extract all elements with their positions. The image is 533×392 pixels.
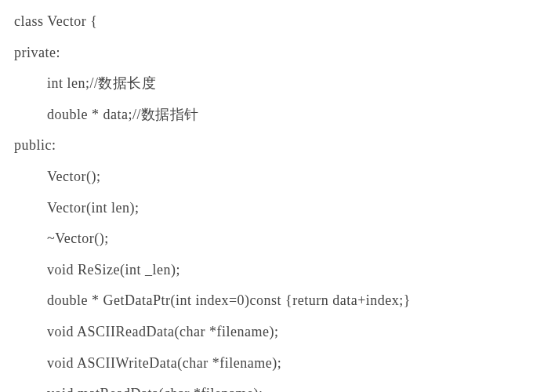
code-line: int len;//数据长度: [14, 68, 519, 100]
code-line: ~Vector();: [14, 223, 519, 255]
code-line: double * GetDataPtr(int index=0)const {r…: [14, 285, 519, 317]
code-line: public:: [14, 130, 519, 162]
code-line: Vector();: [14, 162, 519, 193]
code-block: class Vector { private: int len;//数据长度 d…: [14, 6, 519, 392]
code-line: void ASCIIWriteData(char *filename);: [14, 348, 519, 379]
code-line: void matReadData(char *filename);: [14, 379, 519, 392]
code-line: double * data;//数据指针: [14, 100, 519, 131]
code-line: private:: [14, 38, 519, 69]
code-line: Vector(int len);: [14, 193, 519, 224]
code-line: void ReSize(int _len);: [14, 255, 519, 286]
code-line: class Vector {: [14, 6, 519, 38]
code-line: void ASCIIReadData(char *filename);: [14, 317, 519, 348]
